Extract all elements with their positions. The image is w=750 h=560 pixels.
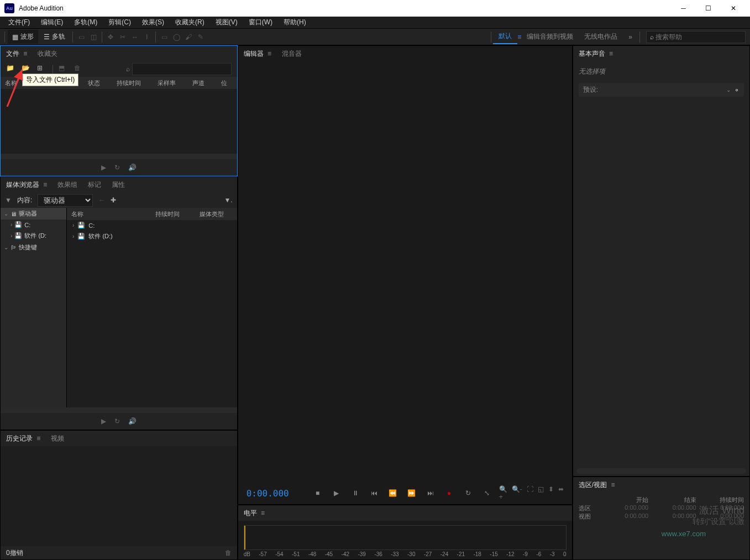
- rewind-button[interactable]: ⏪: [386, 486, 400, 500]
- tab-essential-sound[interactable]: 基本声音 ≡: [578, 47, 614, 61]
- help-search-input[interactable]: [655, 33, 742, 41]
- tab-selection-view[interactable]: 选区/视图 ≡: [578, 478, 616, 492]
- panel-menu-icon[interactable]: ≡: [43, 181, 47, 189]
- tree-root[interactable]: ⌄ 🖥 驱动器: [1, 208, 66, 219]
- col-bit[interactable]: 位: [221, 79, 227, 87]
- list-col-name[interactable]: 名称: [71, 210, 155, 218]
- spectral-icon[interactable]: ◫: [88, 32, 99, 43]
- history-list[interactable]: [1, 446, 237, 546]
- preset-menu-icon[interactable]: ⚬: [734, 86, 739, 94]
- tab-media-browser[interactable]: 媒体浏览器 ≡: [5, 178, 48, 192]
- zoom-out-icon[interactable]: 🔍-: [512, 485, 522, 501]
- minimize-button[interactable]: ─: [671, 0, 696, 17]
- media-scrollbar[interactable]: [1, 407, 237, 413]
- tab-markers[interactable]: 标记: [87, 178, 102, 192]
- move-tool-icon[interactable]: ✥: [105, 32, 116, 43]
- menu-edit[interactable]: 编辑(E): [35, 16, 69, 29]
- tree-d[interactable]: › 💾 软件 (D:: [1, 230, 66, 242]
- timecode[interactable]: 0:00.000: [246, 488, 289, 499]
- view-start[interactable]: 0:00.000: [612, 512, 648, 521]
- lasso-icon[interactable]: ◯: [171, 32, 182, 43]
- tab-properties[interactable]: 属性: [111, 178, 126, 192]
- tree-shortcuts[interactable]: ⌄ 🏳 快捷键: [1, 242, 66, 253]
- autoplay-icon[interactable]: 🔊: [128, 417, 137, 425]
- levels-meter[interactable]: dB-57-54-51-48-45-42-39-36-33-30-27-24-2…: [238, 521, 572, 559]
- play-button[interactable]: ▶: [330, 486, 343, 500]
- tab-editor[interactable]: 编辑器 ≡: [243, 47, 272, 61]
- col-status[interactable]: 状态: [88, 79, 100, 87]
- workspace-default[interactable]: 默认: [493, 29, 517, 44]
- content-dropdown[interactable]: 驱动器: [38, 194, 93, 207]
- time-select-icon[interactable]: Ⅰ: [141, 32, 153, 43]
- view-dur[interactable]: 0:00.000: [707, 512, 744, 521]
- files-scrollbar[interactable]: [1, 154, 237, 159]
- sel-end[interactable]: 0:00.000: [659, 504, 696, 512]
- col-duration[interactable]: 持续时间: [117, 79, 141, 87]
- workspace-more[interactable]: »: [623, 31, 638, 43]
- view-end[interactable]: 0:00.000: [659, 512, 696, 521]
- help-search[interactable]: ⌕: [646, 31, 746, 43]
- workspace-default-menu-icon[interactable]: ≡: [517, 33, 521, 41]
- brush-icon[interactable]: 🖌: [183, 32, 194, 43]
- media-list[interactable]: 名称 持续时间 媒体类型 › 💾 C: › 💾 软件 (D:): [67, 208, 237, 407]
- delete-icon[interactable]: 🗑: [74, 64, 84, 74]
- new-file-icon[interactable]: ⊞: [37, 64, 47, 74]
- menu-help[interactable]: 帮助(H): [278, 16, 312, 29]
- trash-icon[interactable]: 🗑: [225, 549, 232, 557]
- list-col-duration[interactable]: 持续时间: [155, 210, 200, 218]
- workspace-edit-audio[interactable]: 编辑音频到视频: [521, 30, 579, 44]
- skip-selection-button[interactable]: ⤡: [480, 486, 494, 500]
- menu-window[interactable]: 窗口(W): [243, 16, 278, 29]
- go-start-button[interactable]: ⏮: [368, 486, 381, 500]
- list-item[interactable]: › 💾 C:: [67, 220, 237, 231]
- tab-favorites[interactable]: 收藏夹: [36, 47, 59, 61]
- panel-menu-icon[interactable]: ≡: [23, 50, 27, 57]
- import-file-icon[interactable]: 📂: [22, 64, 32, 74]
- panel-menu-icon[interactable]: ≡: [36, 435, 40, 442]
- editor-canvas[interactable]: [238, 61, 572, 482]
- play-icon[interactable]: ▶: [101, 417, 106, 425]
- tab-video[interactable]: 视频: [50, 432, 65, 446]
- tab-mixer[interactable]: 混音器: [281, 47, 303, 61]
- tab-effects-rack[interactable]: 效果组: [56, 178, 78, 192]
- record-button[interactable]: ●: [443, 486, 456, 500]
- menu-file[interactable]: 文件(F): [3, 16, 35, 29]
- hud-icon[interactable]: ▭: [76, 32, 87, 43]
- loop-button[interactable]: ↻: [461, 486, 475, 500]
- forward-button[interactable]: ⏩: [405, 486, 418, 500]
- workspace-radio[interactable]: 无线电作品: [579, 30, 623, 44]
- zoom-selection-icon[interactable]: ◱: [538, 485, 544, 501]
- razor-tool-icon[interactable]: ✂: [117, 32, 128, 43]
- zoom-full-icon[interactable]: ⛶: [527, 485, 533, 501]
- media-tree[interactable]: ⌄ 🖥 驱动器 › 💾 C: › 💾 软件 (D: ⌄ 🏳 快捷键: [1, 208, 67, 407]
- play-icon[interactable]: ▶: [101, 164, 106, 171]
- panel-menu-icon[interactable]: ≡: [261, 509, 265, 517]
- loop-icon[interactable]: ↻: [114, 164, 120, 171]
- zoom-in-vert-icon[interactable]: ⬍: [548, 485, 554, 501]
- preset-dropdown[interactable]: 预设: ⌄ ⚬: [579, 83, 744, 97]
- drive-down-icon[interactable]: ▼: [5, 196, 12, 204]
- files-list[interactable]: [1, 89, 237, 154]
- sel-dur[interactable]: 0:00.000: [707, 504, 744, 512]
- menu-clip[interactable]: 剪辑(C): [103, 16, 137, 29]
- zoom-in-icon[interactable]: 🔍+: [499, 485, 507, 501]
- pause-button[interactable]: ⏸: [349, 486, 362, 500]
- back-icon[interactable]: ←: [98, 196, 105, 204]
- tab-history[interactable]: 历史记录 ≡: [5, 432, 41, 446]
- sel-start[interactable]: 0:00.000: [612, 504, 648, 512]
- loop-icon[interactable]: ↻: [114, 417, 120, 425]
- heal-icon[interactable]: ✎: [195, 32, 206, 43]
- menu-effects[interactable]: 效果(S): [137, 16, 170, 29]
- tab-file[interactable]: 文件 ≡: [5, 47, 28, 61]
- go-end-button[interactable]: ⏭: [424, 486, 437, 500]
- maximize-button[interactable]: ☐: [696, 0, 721, 17]
- tree-c[interactable]: › 💾 C:: [1, 219, 66, 230]
- menu-multitrack[interactable]: 多轨(M): [69, 16, 103, 29]
- add-shortcut-icon[interactable]: ✚: [111, 196, 116, 204]
- stop-button[interactable]: ■: [311, 486, 324, 500]
- open-file-icon[interactable]: 📁: [6, 64, 16, 74]
- list-col-media[interactable]: 媒体类型: [200, 210, 233, 218]
- menu-view[interactable]: 视图(V): [210, 16, 243, 29]
- autoplay-icon[interactable]: 🔊: [128, 164, 137, 171]
- zoom-out-vert-icon[interactable]: ⬌: [558, 485, 564, 501]
